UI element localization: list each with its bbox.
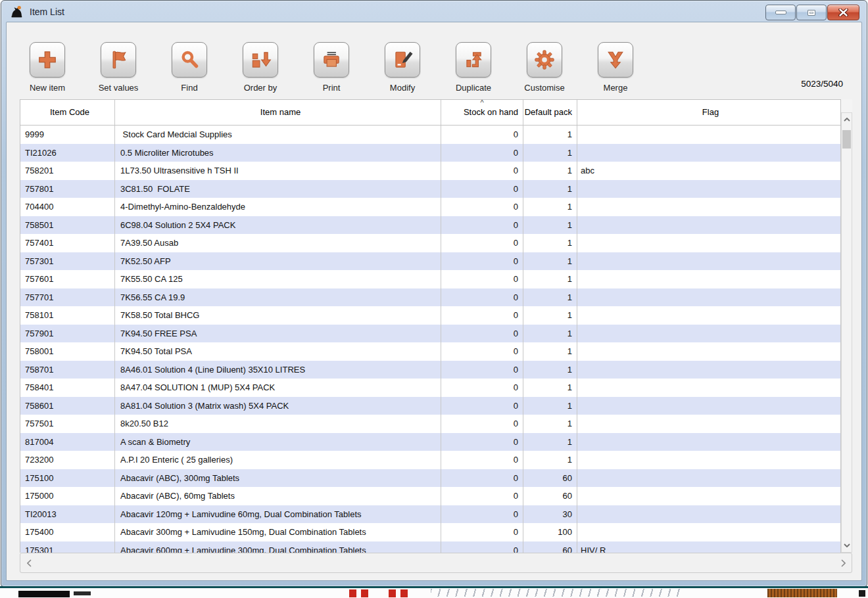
toolbar-button-customise[interactable]: Customise [509, 42, 580, 93]
table-row[interactable]: 723200A.P.I 20 Enteric ( 25 galleries)01 [20, 451, 840, 469]
cell-default-pack: 1 [523, 342, 577, 361]
cell-flag [577, 198, 840, 216]
scroll-down-icon[interactable] [842, 541, 852, 550]
cell-item-name: 7K55.50 CA 125 [115, 270, 441, 288]
toolbar-button-set-values[interactable]: Set values [83, 42, 154, 93]
cell-default-pack: 1 [523, 433, 577, 451]
table-row[interactable]: 7585016C98.04 Solution 2 5X4 PACK01 [20, 216, 840, 235]
column-header-stock-on-hand[interactable]: Stock on hand^ [441, 100, 523, 125]
column-header-flag[interactable]: Flag [577, 100, 840, 125]
cell-flag [577, 469, 840, 488]
column-header-item-code[interactable]: Item Code [20, 100, 115, 125]
toolbar-button-print[interactable]: Print [296, 42, 367, 93]
cell-stock-on-hand: 0 [441, 306, 523, 325]
toolbar-button-new-item[interactable]: New item [12, 42, 83, 93]
toolbar-button-label: New item [30, 83, 65, 93]
table-row[interactable]: 7579017K94.50 FREE PSA01 [20, 325, 840, 343]
cell-default-pack: 1 [523, 126, 577, 144]
cell-item-code: 9999 [20, 126, 115, 144]
window-controls [765, 5, 859, 20]
cell-item-code: 757401 [20, 234, 115, 252]
print-icon [314, 42, 349, 78]
column-header-label: Default pack [525, 108, 572, 118]
table-row[interactable]: 7577017K56.55 CA 19.901 [20, 288, 840, 307]
column-header-item-name[interactable]: Item name [115, 100, 441, 125]
table-row[interactable]: 817004A scan & Biometry01 [20, 433, 840, 451]
cell-stock-on-hand: 0 [441, 505, 523, 524]
cell-flag [577, 379, 840, 397]
table-row[interactable]: 175301Abacavir 600mg + Lamivudine 300mg,… [20, 541, 840, 553]
table-row[interactable]: 9999 Stock Card Medcial Supplies01 [20, 126, 840, 144]
close-button[interactable] [827, 5, 859, 20]
table-row[interactable]: 7573017K52.50 AFP01 [20, 252, 840, 271]
table-row[interactable]: TI20013Abacavir 120mg + Lamivudine 60mg,… [20, 505, 840, 524]
horizontal-scrollbar[interactable] [20, 553, 852, 573]
cell-stock-on-hand: 0 [441, 397, 523, 415]
maximize-button[interactable] [796, 5, 827, 20]
cell-item-code: 758001 [20, 342, 115, 361]
cell-default-pack: 1 [523, 415, 577, 433]
cell-item-code: 817004 [20, 433, 115, 451]
table-row[interactable]: 175100Abacavir (ABC), 300mg Tablets060 [20, 469, 840, 488]
vertical-scrollbar[interactable] [841, 112, 852, 553]
toolbar-button-modify[interactable]: Modify [367, 42, 438, 93]
cell-item-name: 8A47.04 SOLUTION 1 (MUP) 5X4 PACK [115, 379, 441, 397]
cell-default-pack: 100 [523, 523, 577, 541]
toolbar-button-merge[interactable]: Merge [580, 42, 651, 93]
cell-stock-on-hand: 0 [441, 325, 523, 343]
cell-item-code: 723200 [20, 451, 115, 469]
table-row[interactable]: 7575018k20.50 B1201 [20, 415, 840, 433]
table-row[interactable]: 7584018A47.04 SOLUTION 1 (MUP) 5X4 PACK0… [20, 379, 840, 397]
cell-item-name: Abacavir (ABC), 60mg Tablets [115, 487, 441, 505]
cell-stock-on-hand: 0 [441, 361, 523, 379]
vertical-scroll-thumb[interactable] [842, 130, 851, 149]
background-desktop-strip [0, 586, 868, 598]
cell-flag [577, 126, 840, 144]
table-row[interactable]: 7582011L73.50 Ultrasensitive h TSH II01a… [20, 162, 840, 180]
cell-flag [577, 252, 840, 271]
table-row[interactable]: 7581017K58.50 Total BHCG01 [20, 306, 840, 325]
background-window-fragment [18, 591, 70, 597]
table-row[interactable]: 175400Abacavir 300mg + Lamivudine 150mg,… [20, 523, 840, 541]
item-list-window: Item List New itemSet valuesFindOrder by… [1, 0, 867, 587]
cell-item-name: Abacavir 120mg + Lamivudine 60mg, Dual C… [115, 505, 441, 524]
cell-item-code: 757901 [20, 325, 115, 343]
background-window-fragment [349, 589, 356, 597]
titlebar[interactable]: Item List [1, 1, 867, 22]
scroll-right-icon[interactable] [836, 553, 850, 572]
table-row[interactable]: 7576017K55.50 CA 12501 [20, 270, 840, 288]
cell-item-code: 175400 [20, 523, 115, 541]
table-row[interactable]: 7578013C81.50 FOLATE01 [20, 180, 840, 198]
minimize-button[interactable] [765, 5, 796, 20]
cell-item-code: 175000 [20, 487, 115, 505]
cell-item-code: 757501 [20, 415, 115, 433]
toolbar-button-duplicate[interactable]: Duplicate [438, 42, 509, 93]
table-row[interactable]: 7044004-Dimethyl-Amino-Benzaldehyde01 [20, 198, 840, 216]
scroll-left-icon[interactable] [22, 553, 36, 572]
cell-default-pack: 60 [523, 541, 577, 553]
toolbar-button-label: Merge [604, 83, 628, 93]
toolbar-button-find[interactable]: Find [154, 42, 225, 93]
toolbar-button-order-by[interactable]: Order by [225, 42, 296, 93]
cell-default-pack: 1 [523, 180, 577, 198]
column-header-default-pack[interactable]: Default pack [523, 100, 577, 125]
table-row[interactable]: 175000Abacavir (ABC), 60mg Tablets060 [20, 487, 840, 505]
sort-icon [243, 42, 278, 78]
cell-default-pack: 1 [523, 306, 577, 325]
cell-flag [577, 433, 840, 451]
cell-default-pack: 60 [523, 487, 577, 505]
table-row[interactable]: 7587018A46.01 Solution 4 (Line Diluent) … [20, 361, 840, 379]
background-window-fragment [74, 591, 91, 595]
table-row[interactable]: 7574017A39.50 Ausab01 [20, 234, 840, 252]
table-row[interactable]: TI210260.5 Microliter Microtubes01 [20, 144, 840, 162]
cell-item-code: 757301 [20, 252, 115, 271]
gear-icon [527, 42, 562, 78]
cell-stock-on-hand: 0 [441, 415, 523, 433]
table-row[interactable]: 7580017K94.50 Total PSA01 [20, 342, 840, 361]
scroll-up-icon[interactable] [842, 115, 852, 124]
cell-default-pack: 1 [523, 234, 577, 252]
background-window-fragment [361, 589, 368, 597]
cell-item-code: 758701 [20, 361, 115, 379]
cell-default-pack: 1 [523, 270, 577, 288]
table-row[interactable]: 7586018A81.04 Solution 3 (Matrix wash) 5… [20, 397, 840, 415]
